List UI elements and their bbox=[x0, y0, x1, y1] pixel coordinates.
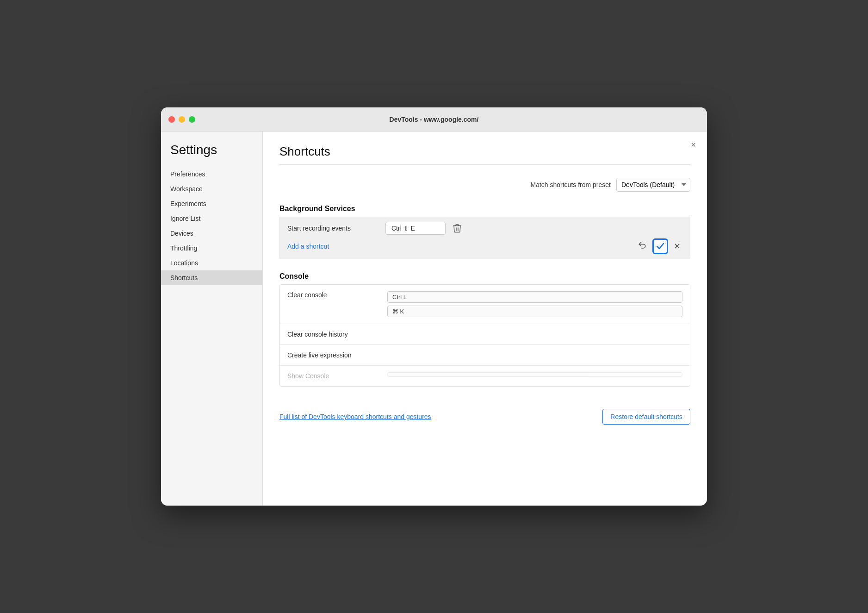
title-divider bbox=[279, 164, 690, 165]
console-section: Console Clear console Ctrl L ⌘ K Clear c… bbox=[279, 272, 690, 387]
sidebar-item-ignore-list[interactable]: Ignore List bbox=[161, 211, 262, 226]
clear-console-key-1: Ctrl L bbox=[387, 291, 682, 303]
shortcut-key-input[interactable]: Ctrl ⇧ E bbox=[385, 222, 446, 235]
minimize-traffic-light[interactable] bbox=[179, 116, 185, 123]
sidebar-item-preferences[interactable]: Preferences bbox=[161, 167, 262, 181]
editing-top: Start recording events Ctrl ⇧ E bbox=[287, 222, 682, 235]
maximize-traffic-light[interactable] bbox=[189, 116, 195, 123]
editing-bottom: Add a shortcut bbox=[287, 238, 682, 254]
background-services-table: Start recording events Ctrl ⇧ E Add a sh… bbox=[279, 217, 690, 259]
sidebar-item-devices[interactable]: Devices bbox=[161, 226, 262, 241]
create-live-expression-row: Create live expression bbox=[280, 345, 690, 366]
sidebar: Settings Preferences Workspace Experimen… bbox=[161, 131, 263, 506]
clear-console-key-2: ⌘ K bbox=[387, 306, 682, 317]
clear-console-name: Clear console bbox=[287, 291, 380, 299]
undo-button[interactable] bbox=[636, 239, 649, 254]
footer: Full list of DevTools keyboard shortcuts… bbox=[279, 400, 690, 425]
preset-select[interactable]: DevTools (Default) Visual Studio Code bbox=[616, 178, 690, 192]
add-shortcut-link[interactable]: Add a shortcut bbox=[287, 243, 329, 250]
console-table: Clear console Ctrl L ⌘ K Clear console h… bbox=[279, 284, 690, 387]
clear-console-keys: Ctrl L ⌘ K bbox=[387, 291, 682, 317]
background-services-title: Background Services bbox=[279, 205, 690, 213]
full-list-link[interactable]: Full list of DevTools keyboard shortcuts… bbox=[279, 413, 431, 420]
close-button[interactable]: × bbox=[691, 141, 696, 149]
start-recording-row: Start recording events Ctrl ⇧ E Add a sh… bbox=[280, 217, 690, 259]
show-console-keys bbox=[387, 372, 682, 377]
titlebar: DevTools - www.google.com/ bbox=[161, 107, 707, 131]
clear-console-history-row: Clear console history bbox=[280, 324, 690, 345]
devtools-window: DevTools - www.google.com/ Settings Pref… bbox=[161, 107, 707, 506]
clear-console-history-name: Clear console history bbox=[287, 331, 380, 338]
console-title: Console bbox=[279, 272, 690, 281]
titlebar-title: DevTools - www.google.com/ bbox=[390, 116, 479, 123]
show-console-row: Show Console bbox=[280, 366, 690, 386]
show-console-name: Show Console bbox=[287, 372, 380, 380]
close-traffic-light[interactable] bbox=[168, 116, 175, 123]
preset-label: Match shortcuts from preset bbox=[530, 181, 611, 188]
background-services-section: Background Services Start recording even… bbox=[279, 205, 690, 259]
traffic-lights bbox=[168, 116, 195, 123]
sidebar-heading: Settings bbox=[161, 143, 262, 167]
show-console-key-1 bbox=[387, 372, 682, 377]
sidebar-item-workspace[interactable]: Workspace bbox=[161, 181, 262, 196]
delete-shortcut-button[interactable] bbox=[451, 222, 463, 235]
create-live-expression-name: Create live expression bbox=[287, 351, 380, 359]
confirm-edit-button[interactable] bbox=[652, 238, 668, 254]
editing-actions: ✕ bbox=[636, 238, 682, 254]
content-area: Settings Preferences Workspace Experimen… bbox=[161, 131, 707, 506]
start-recording-name: Start recording events bbox=[287, 225, 380, 232]
sidebar-item-shortcuts[interactable]: Shortcuts bbox=[161, 270, 262, 285]
main-content: × Shortcuts Match shortcuts from preset … bbox=[263, 131, 707, 506]
clear-console-row: Clear console Ctrl L ⌘ K bbox=[280, 285, 690, 324]
cancel-edit-button[interactable]: ✕ bbox=[672, 239, 682, 253]
page-title: Shortcuts bbox=[279, 144, 690, 159]
preset-row: Match shortcuts from preset DevTools (De… bbox=[279, 178, 690, 192]
sidebar-item-experiments[interactable]: Experiments bbox=[161, 196, 262, 211]
restore-defaults-button[interactable]: Restore default shortcuts bbox=[602, 409, 690, 425]
sidebar-item-throttling[interactable]: Throttling bbox=[161, 241, 262, 256]
sidebar-item-locations[interactable]: Locations bbox=[161, 256, 262, 270]
